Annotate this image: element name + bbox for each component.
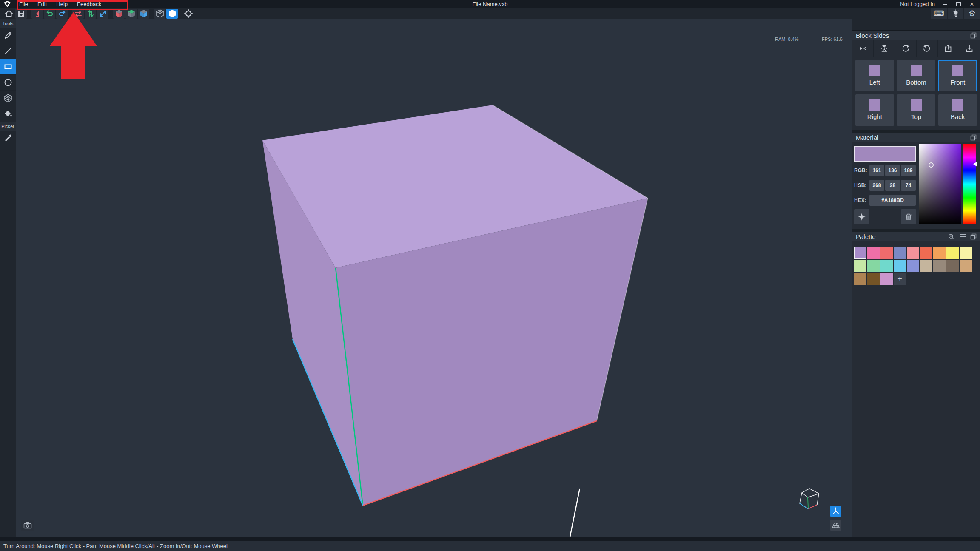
palette-swatch[interactable]	[880, 247, 893, 259]
mirror-horizontal-icon[interactable]	[852, 40, 874, 57]
face-button-front[interactable]: Front	[938, 60, 977, 91]
mirror-vertical-icon[interactable]	[874, 40, 895, 57]
stray-guide-line	[570, 489, 580, 537]
palette-swatch[interactable]	[854, 273, 866, 285]
palette-title: Palette	[856, 233, 876, 240]
grid-toggle-button[interactable]	[830, 520, 841, 531]
cube-blue-icon[interactable]	[138, 9, 149, 19]
swap-vertical-icon[interactable]	[85, 9, 96, 19]
zoom-icon[interactable]	[948, 233, 955, 240]
save-icon[interactable]	[15, 9, 27, 19]
home-icon[interactable]	[3, 9, 14, 19]
face-button-right[interactable]: Right	[855, 94, 894, 126]
sparkle-icon[interactable]	[854, 209, 869, 224]
axes-toggle-button[interactable]	[830, 506, 841, 517]
palette-swatches: +	[852, 241, 977, 290]
hex-field[interactable]: #A188BD	[869, 195, 916, 206]
palette-swatch[interactable]	[867, 260, 880, 272]
face-swatch	[911, 99, 922, 111]
palette-swatch[interactable]	[907, 247, 919, 259]
eyedropper-icon[interactable]	[0, 131, 16, 146]
hsb-b-field[interactable]: 74	[901, 180, 916, 191]
palette-swatch[interactable]	[946, 247, 959, 259]
hex-label: HEX:	[854, 197, 869, 203]
pencil-icon[interactable]	[0, 28, 16, 43]
swap-horizontal-icon[interactable]	[72, 9, 84, 19]
undo-icon[interactable]	[44, 9, 55, 19]
voxel-box-icon[interactable]	[0, 91, 16, 106]
rotate-ccw-icon[interactable]	[917, 40, 938, 57]
export-icon[interactable]	[938, 40, 959, 57]
restore-icon[interactable]	[954, 1, 962, 8]
cube-solid-icon[interactable]	[166, 9, 178, 19]
palette-swatch[interactable]	[880, 273, 893, 285]
palette-swatch[interactable]	[880, 260, 893, 272]
palette-swatch[interactable]	[933, 260, 946, 272]
menu-edit[interactable]: Edit	[33, 0, 51, 8]
orientation-gizmo-cube[interactable]	[797, 486, 822, 511]
hsb-h-field[interactable]: 268	[869, 180, 884, 191]
cube-red-icon[interactable]	[113, 9, 125, 19]
popout-icon[interactable]	[970, 32, 977, 39]
rgb-label: RGB:	[854, 168, 869, 173]
palette-swatch[interactable]	[920, 247, 932, 259]
rgb-b-field[interactable]: 189	[901, 165, 916, 176]
screenshot-camera-icon[interactable]	[21, 520, 34, 531]
line-icon[interactable]	[0, 43, 16, 59]
picker-label: Picker	[0, 122, 16, 131]
rectangle-icon[interactable]	[0, 59, 16, 75]
keyboard-icon[interactable]: ⌨	[931, 8, 947, 19]
palette-swatch[interactable]	[960, 260, 972, 272]
cube-wireframe-icon[interactable]	[154, 9, 165, 19]
face-button-back[interactable]: Back	[938, 94, 977, 126]
cube-green-icon[interactable]	[125, 9, 137, 19]
lightbulb-icon[interactable]	[948, 8, 963, 19]
target-icon[interactable]	[182, 9, 194, 19]
import-icon[interactable]	[31, 9, 43, 19]
rotate-cw-icon[interactable]	[895, 40, 916, 57]
menu-bar: File Edit Help Feedback	[14, 0, 106, 8]
face-button-left[interactable]: Left	[855, 60, 894, 91]
palette-header: Palette	[852, 232, 980, 241]
add-color-button[interactable]: +	[894, 273, 906, 285]
palette-swatch[interactable]	[867, 247, 880, 259]
palette-swatch[interactable]	[907, 260, 919, 272]
menu-file[interactable]: File	[14, 0, 33, 8]
circle-icon[interactable]	[0, 75, 16, 91]
palette-swatch[interactable]	[960, 247, 972, 259]
login-status[interactable]: Not Logged In	[900, 1, 935, 7]
viewport-3d-canvas[interactable]: RAM: 8.4% FPS: 61.6	[16, 19, 852, 537]
settings-icon[interactable]: ⚙	[964, 8, 980, 19]
redo-icon[interactable]	[56, 9, 68, 19]
trash-icon[interactable]	[901, 209, 916, 224]
rgb-r-field[interactable]: 161	[869, 165, 884, 176]
paint-bucket-icon[interactable]	[0, 106, 16, 122]
transform-diagonal-icon[interactable]	[97, 9, 108, 19]
hsb-s-field[interactable]: 28	[885, 180, 900, 191]
hue-slider-handle[interactable]	[973, 162, 977, 167]
list-icon[interactable]	[959, 234, 966, 240]
rgb-g-field[interactable]: 136	[885, 165, 900, 176]
palette-swatch[interactable]	[854, 247, 866, 259]
palette-swatch[interactable]	[933, 247, 946, 259]
palette-swatch[interactable]	[854, 260, 866, 272]
palette-swatch[interactable]	[894, 260, 906, 272]
palette-swatch[interactable]	[920, 260, 932, 272]
popout-icon[interactable]	[970, 134, 977, 141]
hue-slider[interactable]	[963, 144, 976, 224]
palette-swatch[interactable]	[946, 260, 959, 272]
saturation-brightness-picker[interactable]	[919, 144, 961, 224]
face-label: Left	[869, 79, 880, 86]
popout-icon[interactable]	[970, 233, 977, 240]
close-icon[interactable]: ×	[968, 1, 976, 8]
palette-swatch[interactable]	[867, 273, 880, 285]
sb-cursor[interactable]	[929, 162, 934, 168]
hsb-label: HSB:	[854, 182, 869, 188]
download-icon[interactable]	[959, 40, 980, 57]
menu-help[interactable]: Help	[51, 0, 72, 8]
face-button-bottom[interactable]: Bottom	[897, 60, 936, 91]
menu-feedback[interactable]: Feedback	[72, 0, 106, 8]
minimize-icon[interactable]	[941, 1, 949, 8]
face-button-top[interactable]: Top	[897, 94, 936, 126]
palette-swatch[interactable]	[894, 247, 906, 259]
